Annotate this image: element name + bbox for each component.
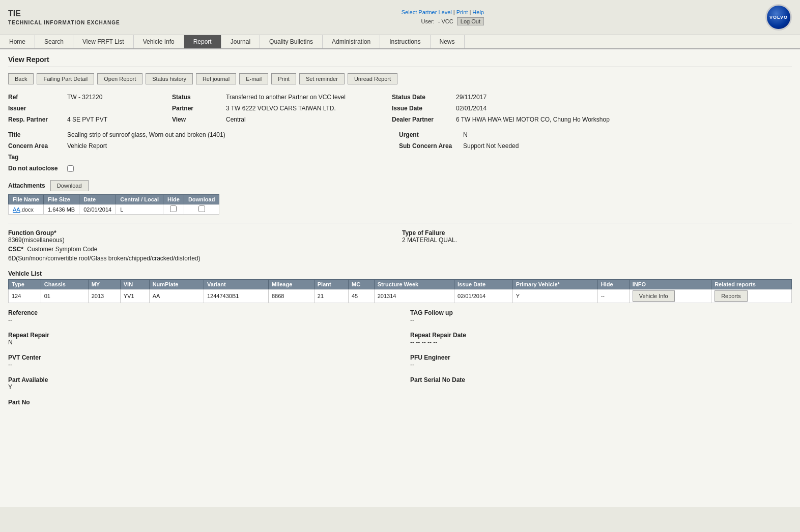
col-date: Date <box>79 195 116 204</box>
volvo-logo: VOLVO <box>765 4 792 31</box>
type-of-failure-label: Type of Failure <box>402 229 792 237</box>
nav-item-report[interactable]: Report <box>184 35 221 48</box>
urgent-label: Urgent <box>399 130 460 139</box>
print-button[interactable]: Print <box>271 73 296 84</box>
header-right: Select Partner Level | Print | Help User… <box>402 9 484 25</box>
attachment-row: AA.docx 1.6436 MB 02/01/2014 L <box>9 204 219 215</box>
do-not-autoclose-checkbox[interactable] <box>67 165 74 172</box>
partner-label: Partner <box>172 104 223 113</box>
download-checkbox[interactable] <box>198 205 205 212</box>
attachment-hide <box>163 204 184 215</box>
vh-plant: 21 <box>314 289 348 303</box>
nav-item-search[interactable]: Search <box>35 35 73 48</box>
download-button[interactable]: Download <box>50 180 89 191</box>
title-label: Title <box>8 130 64 139</box>
ref-label: Ref <box>8 93 64 102</box>
logo-text: TIE TECHNICAL INFORMATION EXCHANGE <box>8 9 120 26</box>
vh-col-structure-week: Structure Week <box>374 280 454 289</box>
vh-chassis: 01 <box>41 289 88 303</box>
func-two-col: Function Group* 8369(miscellaneous) CSC*… <box>8 229 792 264</box>
pvt-center-value: -- <box>8 361 390 368</box>
attachments-header: Attachments Download <box>8 180 792 191</box>
back-button[interactable]: Back <box>8 73 34 84</box>
repeat-repair-label: Repeat Repair <box>8 332 390 339</box>
view-label: View <box>172 115 223 124</box>
divider <box>8 223 792 223</box>
vh-col-numplate: NumPlate <box>149 280 204 289</box>
set-reminder-button[interactable]: Set reminder <box>299 73 345 84</box>
issuer-label: Issuer <box>8 104 64 113</box>
status-history-button[interactable]: Status history <box>146 73 193 84</box>
reports-button[interactable]: Reports <box>715 290 748 302</box>
nav: Home Search View FRFT List Vehicle Info … <box>0 35 800 49</box>
print-link[interactable]: Print <box>456 9 468 15</box>
repeat-repair-item: Repeat Repair N <box>8 332 390 346</box>
urgent-value: N <box>463 130 792 139</box>
reference-item: Reference -- <box>8 309 390 323</box>
vh-hide: -- <box>597 289 629 303</box>
attachment-filename: AA.docx <box>9 204 44 215</box>
vh-col-plant: Plant <box>314 280 348 289</box>
nav-item-vehicle-info[interactable]: Vehicle Info <box>134 35 184 48</box>
pvt-center-label: PVT Center <box>8 354 390 361</box>
nav-item-journal[interactable]: Journal <box>221 35 260 48</box>
vh-col-related-reports: Related reports <box>711 280 792 289</box>
status-date-value: 29/11/2017 <box>456 93 792 102</box>
attachments-section: Attachments Download File Name File Size… <box>8 180 792 215</box>
failing-part-detail-button[interactable]: Failing Part Detail <box>37 73 94 84</box>
unread-report-button[interactable]: Unread Report <box>348 73 397 84</box>
vehicle-info-button[interactable]: Vehicle Info <box>633 290 675 302</box>
attachment-central-local: L <box>116 204 163 215</box>
vh-col-my: MY <box>88 280 120 289</box>
open-report-button[interactable]: Open Report <box>97 73 142 84</box>
vh-variant: 12447430B1 <box>204 289 269 303</box>
col-hide: Hide <box>163 195 184 204</box>
csc-value: 6D(Sun/moon/convertible roof/Glass broke… <box>8 255 398 262</box>
vehicle-table: Type Chassis MY VIN NumPlate Variant Mil… <box>8 279 792 303</box>
csc-line: CSC* Customer Symptom Code <box>8 246 398 253</box>
vehicle-row: 124 01 2013 YV1 AA 12447430B1 8868 21 45… <box>9 289 792 303</box>
select-partner-link[interactable]: Select Partner Level <box>402 9 452 15</box>
main-content: View Report Back Failing Part Detail Ope… <box>0 49 800 507</box>
filename-link[interactable]: AA <box>13 206 20 213</box>
nav-item-quality-bulletins[interactable]: Quality Bulletins <box>260 35 323 48</box>
header: TIE TECHNICAL INFORMATION EXCHANGE Selec… <box>0 0 800 35</box>
vh-col-vin: VIN <box>120 280 149 289</box>
vh-mc: 45 <box>348 289 374 303</box>
logo: TIE TECHNICAL INFORMATION EXCHANGE <box>8 9 120 26</box>
repeat-repair-date-item: Repeat Repair Date -- -- -- -- -- <box>410 332 792 346</box>
ref-value: TW - 321220 <box>67 93 169 102</box>
tag-label: Tag <box>8 153 64 162</box>
tag-follow-up-label: TAG Follow up <box>410 309 792 316</box>
vh-primary-vehicle: Y <box>512 289 597 303</box>
sub-concern-area-value: Support Not Needed <box>463 141 792 151</box>
header-links: Select Partner Level | Print | Help <box>402 9 484 15</box>
logout-button[interactable]: Log Out <box>457 17 484 25</box>
type-of-failure-right: Type of Failure 2 MATERIAL QUAL. <box>402 229 792 264</box>
nav-item-home[interactable]: Home <box>0 35 35 48</box>
part-no-item: Part No <box>8 399 390 406</box>
vh-issue-date: 02/01/2014 <box>454 289 513 303</box>
file-ext: .docx <box>20 206 34 213</box>
nav-item-news[interactable]: News <box>431 35 465 48</box>
nav-item-administration[interactable]: Administration <box>323 35 380 48</box>
status-date-label: Status Date <box>392 93 453 102</box>
func-group-label: Function Group* <box>8 229 398 237</box>
hide-checkbox[interactable] <box>170 205 177 212</box>
vh-numplate: AA <box>149 289 204 303</box>
issue-date-label: Issue Date <box>392 104 453 113</box>
vh-mileage: 8868 <box>268 289 314 303</box>
ref-journal-button[interactable]: Ref journal <box>196 73 236 84</box>
email-button[interactable]: E-mail <box>239 73 268 84</box>
help-link[interactable]: Help <box>472 9 484 15</box>
col-file-size: File Size <box>43 195 79 204</box>
resp-partner-value: 4 SE PVT PVT <box>67 115 169 124</box>
nav-item-instructions[interactable]: Instructions <box>380 35 430 48</box>
vh-vin: YV1 <box>120 289 149 303</box>
dealer-partner-value: 6 TW HWA HWA WEI MOTOR CO, Chung Ho Work… <box>456 115 792 124</box>
view-value: Central <box>226 115 389 124</box>
part-serial-no-date-item: Part Serial No Date <box>410 376 792 391</box>
status-label: Status <box>172 93 223 102</box>
vh-info-cell: Vehicle Info <box>629 289 711 303</box>
nav-item-view-frft[interactable]: View FRFT List <box>73 35 134 48</box>
